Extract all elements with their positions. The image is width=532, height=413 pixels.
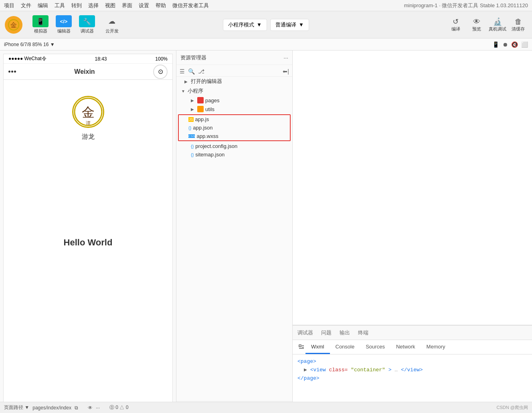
code-line-3: </page>: [297, 375, 527, 383]
expand-arrow[interactable]: ▶: [304, 367, 310, 373]
projectconfig-file[interactable]: {} project.config.json: [176, 142, 292, 150]
phone-signal: ●●●●● WeChat令: [8, 55, 47, 62]
phone-time: 18:43: [95, 56, 107, 62]
svg-text:谭: 谭: [86, 120, 91, 126]
projectconfig-name: project.config.json: [195, 143, 237, 149]
inspect-icon[interactable]: [297, 344, 305, 350]
svg-text:金: 金: [82, 105, 95, 119]
list-icon[interactable]: ☰: [180, 68, 185, 75]
tab-sources[interactable]: Sources: [360, 340, 390, 354]
debugger-button[interactable]: 🔧 调试器: [77, 15, 97, 34]
compile-button[interactable]: ↺ 编译: [447, 17, 465, 32]
realtest-button[interactable]: 🔬 真机调试: [489, 17, 506, 32]
tab-terminal[interactable]: 终端: [358, 329, 368, 338]
appjson-file[interactable]: {} app.json: [179, 123, 290, 132]
collapse-icon[interactable]: ⬅|: [283, 68, 289, 75]
menu-wechat-devtools[interactable]: 微信开发者工具: [172, 2, 209, 9]
status-left: 页面路径 ▼ pages/index/index ⧉ 👁 ··· ⓪ 0 △ 0: [4, 404, 128, 411]
more-status-icon[interactable]: ···: [96, 405, 100, 411]
tab-problems[interactable]: 问题: [321, 329, 332, 338]
clearcache-icon: 🗑: [515, 18, 522, 26]
miniprogram-arrow: ▼: [181, 89, 186, 93]
tab-debugger[interactable]: 调试器: [297, 329, 313, 338]
debugger-icon: 🔧: [79, 15, 95, 27]
menu-interface[interactable]: 界面: [122, 2, 132, 9]
open-editors-label: 打开的编辑器: [191, 78, 222, 85]
devtools-code-content: <page> ▶ <view class= "container" > … </…: [293, 354, 532, 386]
menu-view[interactable]: 视图: [105, 2, 115, 9]
phone-battery: 100%: [155, 56, 168, 62]
phone-more-dots[interactable]: [8, 71, 16, 73]
status-bar: 页面路径 ▼ pages/index/index ⧉ 👁 ··· ⓪ 0 △ 0…: [0, 402, 532, 413]
phone-scan-button[interactable]: ⊙: [153, 65, 168, 79]
appwxss-file[interactable]: CSS app.wxss: [179, 132, 290, 140]
menu-goto[interactable]: 转到: [71, 2, 82, 9]
menu-settings[interactable]: 设置: [139, 2, 149, 9]
phone-hello-text: Hello World: [64, 237, 113, 248]
menu-file[interactable]: 文件: [21, 2, 31, 9]
appjson-icon: {}: [188, 126, 191, 130]
logo-button[interactable]: 金: [5, 16, 22, 34]
simulator-icon: 📱: [32, 15, 49, 27]
svg-rect-5: [299, 345, 301, 347]
cloud-label: 云开发: [105, 28, 119, 34]
eye-button[interactable]: 👁: [88, 405, 93, 411]
mode-selector[interactable]: 小程序模式 ▼: [223, 19, 267, 31]
menu-bar: 项目 文件 编辑 工具 转到 选择 视图 界面 设置 帮助 微信开发者工具 mi…: [0, 0, 532, 11]
code-line-1: <page>: [297, 358, 527, 366]
code-line-2[interactable]: ▶ <view class= "container" > … </view>: [297, 366, 527, 375]
menu-project[interactable]: 项目: [4, 2, 14, 9]
svg-text:金: 金: [10, 22, 17, 28]
device-bar: iPhone 6/7/8 85% 16 ▼ 📱 ⏺ 🔇 ⬜: [0, 38, 532, 51]
clearcache-button[interactable]: 🗑 清缓存: [510, 18, 527, 32]
appwxss-icon: CSS: [188, 134, 195, 138]
toolbar: 金 📱 模拟器 </> 编辑器 🔧 调试器 ☁ 云开发 小程序模式 ▼ 普通编译…: [0, 11, 532, 38]
file-tree-toolbar: ☰ 🔍 ⎇ ⬅|: [176, 67, 292, 77]
menu-items: 项目 文件 编辑 工具 转到 选择 视图 界面 设置 帮助 微信开发者工具: [4, 2, 209, 9]
tab-console[interactable]: Console: [330, 340, 360, 354]
menu-select[interactable]: 选择: [88, 2, 99, 9]
open-editors-item[interactable]: ▶ 打开的编辑器: [176, 77, 292, 86]
toolbar-center: 小程序模式 ▼ 普通编译 ▼: [179, 19, 353, 31]
simulator-button[interactable]: 📱 模拟器: [30, 15, 51, 34]
tab-output[interactable]: 输出: [340, 329, 350, 338]
code-panel: 调试器 问题 输出 终端 Wxml Console Sources Networ…: [293, 51, 532, 413]
explorer-more-icon[interactable]: ···: [283, 55, 288, 61]
sitemap-file[interactable]: {} sitemap.json: [176, 150, 292, 159]
menu-edit[interactable]: 编辑: [38, 2, 48, 9]
explorer-header: 资源管理器 ···: [176, 51, 292, 65]
preview-button[interactable]: 👁 预览: [468, 18, 485, 32]
phone-simulator: ●●●●● WeChat令 18:43 100% Weixin ⊙ 金: [0, 51, 176, 413]
editor-button[interactable]: </> 编辑器: [54, 15, 74, 34]
pages-folder[interactable]: ▶ pages: [176, 96, 292, 105]
cloud-button[interactable]: ☁ 云开发: [102, 15, 122, 34]
appjs-file[interactable]: JS app.js: [179, 115, 290, 123]
editor-label: 编辑器: [57, 28, 71, 34]
compile-icon: ↺: [453, 17, 459, 26]
record-icon[interactable]: ⏺: [502, 41, 508, 48]
editor-icon: </>: [56, 15, 72, 27]
phone-icon[interactable]: 📱: [492, 41, 499, 48]
miniprogram-folder[interactable]: ▼ 小程序: [176, 86, 292, 96]
menu-help[interactable]: 帮助: [156, 2, 166, 9]
branch-icon[interactable]: ⎇: [198, 68, 204, 75]
utils-folder[interactable]: ▶ utils: [176, 105, 292, 113]
pages-folder-icon: [197, 97, 204, 103]
tab-memory[interactable]: Memory: [421, 340, 451, 354]
screenshot-icon[interactable]: ⬜: [521, 41, 528, 48]
compile-mode-selector[interactable]: 普通编译 ▼: [270, 19, 309, 31]
device-controls: 📱 ⏺ 🔇 ⬜: [492, 41, 528, 48]
utils-arrow: ▶: [191, 107, 196, 111]
tab-wxml[interactable]: Wxml: [305, 340, 330, 354]
path-label[interactable]: 页面路径 ▼: [4, 404, 29, 411]
mute-icon[interactable]: 🔇: [511, 41, 518, 48]
tab-network[interactable]: Network: [390, 340, 421, 354]
explorer-title: 资源管理器: [180, 54, 206, 61]
copy-icon[interactable]: ⧉: [75, 405, 78, 411]
menu-tools[interactable]: 工具: [55, 2, 65, 9]
error-count: ⓪ 0 △ 0: [109, 404, 128, 411]
device-selector[interactable]: iPhone 6/7/8 85% 16 ▼: [4, 42, 55, 47]
simulator-label: 模拟器: [34, 28, 47, 34]
phone-nav-title: Weixin: [74, 68, 95, 75]
search-icon[interactable]: 🔍: [188, 68, 195, 75]
